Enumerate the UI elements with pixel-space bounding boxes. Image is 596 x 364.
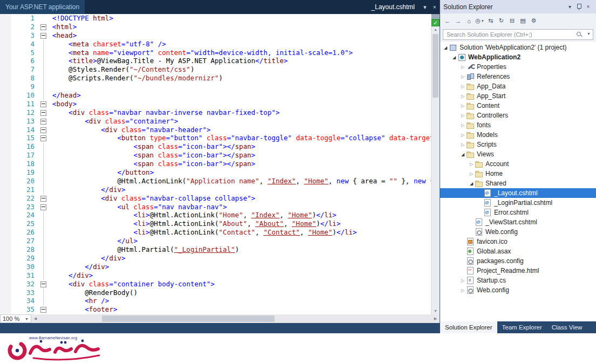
vertical-scroll-track[interactable] bbox=[431, 33, 440, 308]
fold-collapse-box[interactable] bbox=[39, 305, 47, 314]
panel-tab-team-explorer[interactable]: Team Explorer bbox=[497, 321, 547, 333]
scroll-down-arrow[interactable]: ▼ bbox=[431, 308, 440, 314]
tree-item-views[interactable]: ◢Views bbox=[440, 149, 596, 159]
tree-item-properties[interactable]: ▷Properties bbox=[440, 62, 596, 72]
line-number: 18 bbox=[11, 160, 39, 168]
tree-item-global-asax[interactable]: Global.asax bbox=[440, 246, 596, 256]
refresh-icon[interactable]: ↻ bbox=[496, 16, 506, 26]
tree-item-references[interactable]: ▷References bbox=[440, 72, 596, 81]
tab-your-aspnet-application[interactable]: Your ASP.NET application bbox=[0, 0, 85, 14]
close-document-button[interactable]: × bbox=[430, 0, 440, 14]
tree-item-web-config[interactable]: ▷Web.config bbox=[440, 285, 596, 295]
tree-item-label: Models bbox=[476, 131, 498, 139]
horizontal-scroll-thumb[interactable] bbox=[102, 315, 275, 322]
solution-explorer-header[interactable]: Solution Explorer ▾ × bbox=[440, 0, 596, 13]
expand-arrow-icon[interactable]: ▷ bbox=[460, 288, 466, 293]
fold-collapse-box[interactable] bbox=[39, 280, 47, 289]
tab-layout-cshtml[interactable]: _Layout.cshtml bbox=[366, 0, 420, 14]
zoom-select[interactable]: 100 % ▼ bbox=[0, 314, 31, 323]
tree-item-home[interactable]: ▷Home bbox=[440, 169, 596, 178]
collapse-arrow-icon[interactable]: ◢ bbox=[468, 181, 475, 186]
collapse-arrow-icon[interactable]: ◢ bbox=[460, 152, 466, 157]
code-line: 20 @Html.ActionLink("Application name", … bbox=[0, 177, 431, 186]
pin-icon[interactable] bbox=[574, 2, 584, 11]
fold-collapse-box[interactable] bbox=[39, 134, 47, 142]
tree-item-scripts[interactable]: ▷Scripts bbox=[440, 140, 596, 149]
code-text: <hr /> bbox=[47, 297, 431, 305]
expand-arrow-icon[interactable]: ▷ bbox=[460, 65, 466, 70]
close-panel-button[interactable]: × bbox=[584, 2, 593, 11]
code-line: 28 @Html.Partial("_LoginPartial") bbox=[0, 245, 431, 254]
tree-item-startup-cs[interactable]: ▷#Startup.cs bbox=[440, 276, 596, 285]
tree-item-app-start[interactable]: ▷App_Start bbox=[440, 91, 596, 101]
tree-item-packages-config[interactable]: packages.config bbox=[440, 256, 596, 266]
tree-item-solution-webapplication2-1-project[interactable]: ◢Solution 'WebApplication2' (1 project) bbox=[440, 43, 596, 52]
fold-collapse-box[interactable] bbox=[39, 100, 47, 108]
vertical-scrollbar[interactable]: ✓ ▲ ▼ bbox=[431, 14, 440, 314]
panel-tab-solution-explorer[interactable]: Solution Explorer bbox=[440, 321, 497, 333]
search-input[interactable] bbox=[443, 29, 593, 40]
expand-arrow-icon[interactable]: ▷ bbox=[468, 162, 475, 167]
expand-arrow-icon[interactable]: ▷ bbox=[460, 123, 466, 128]
expand-arrow-icon[interactable]: ▷ bbox=[460, 84, 466, 89]
vertical-scroll-thumb[interactable] bbox=[433, 34, 439, 98]
expand-arrow-icon[interactable]: ▷ bbox=[468, 171, 475, 176]
tree-item-app-data[interactable]: ▷App_Data bbox=[440, 81, 596, 91]
horizontal-scroll-track[interactable] bbox=[39, 314, 431, 323]
window-position-icon[interactable]: ▾ bbox=[565, 2, 574, 11]
tree-item-favicon-ico[interactable]: favicon.ico bbox=[440, 237, 596, 246]
tree-item-shared[interactable]: ◢Shared bbox=[440, 178, 596, 188]
scroll-right-arrow[interactable]: ▶ bbox=[431, 314, 440, 323]
expand-arrow-icon[interactable]: ▷ bbox=[460, 74, 466, 79]
fold-collapse-box[interactable] bbox=[39, 108, 47, 117]
tree-item-label: _LoginPartial.cshtml bbox=[493, 199, 552, 207]
scroll-up-arrow[interactable]: ▲ bbox=[431, 26, 440, 33]
tree-item-fonts[interactable]: ▷fonts bbox=[440, 120, 596, 130]
expand-arrow-icon[interactable]: ▷ bbox=[460, 113, 466, 118]
expand-arrow-icon[interactable]: ▷ bbox=[460, 142, 466, 147]
fold-collapse-box[interactable] bbox=[39, 23, 47, 31]
expand-arrow-icon[interactable]: ▷ bbox=[460, 133, 466, 138]
tree-item-webapplication2[interactable]: ◢WebApplication2 bbox=[440, 52, 596, 62]
fold-collapse-box[interactable] bbox=[39, 194, 47, 203]
tree-item-web-config[interactable]: Web.config bbox=[440, 227, 596, 237]
expand-arrow-icon[interactable]: ▷ bbox=[460, 278, 466, 283]
fold-collapse-box[interactable] bbox=[39, 203, 47, 211]
home-icon[interactable]: ⌂ bbox=[464, 16, 474, 26]
fold-collapse-box[interactable] bbox=[39, 126, 47, 134]
tree-item-account[interactable]: ▷Account bbox=[440, 159, 596, 169]
line-number: 24 bbox=[11, 211, 39, 219]
fold-collapse-box[interactable] bbox=[39, 117, 47, 126]
tree-item-loginpartial-cshtml[interactable]: @_LoginPartial.cshtml bbox=[440, 198, 596, 208]
code-line: 29 </div> bbox=[0, 254, 431, 263]
tree-item-content[interactable]: ▷Content bbox=[440, 101, 596, 111]
search-icon[interactable] bbox=[577, 32, 583, 38]
tree-item-controllers[interactable]: ▷Controllers bbox=[440, 111, 596, 120]
collapse-all-icon[interactable]: ⊟ bbox=[507, 16, 517, 26]
search-options-chevron-icon[interactable]: ▼ bbox=[587, 32, 591, 36]
tree-item-viewstart-cshtml[interactable]: @_ViewStart.cshtml bbox=[440, 217, 596, 227]
expand-arrow-icon[interactable]: ▷ bbox=[460, 94, 466, 99]
tree-item-models[interactable]: ▷Models bbox=[440, 130, 596, 140]
back-icon[interactable]: ← bbox=[442, 16, 453, 26]
tree-item-project-readme-html[interactable]: <>Project_Readme.html bbox=[440, 266, 596, 276]
scroll-left-arrow[interactable]: ◀ bbox=[31, 314, 39, 323]
tree-item-error-cshtml[interactable]: @Error.cshtml bbox=[440, 208, 596, 217]
code-text: @Styles.Render("~/Content/css") bbox=[47, 65, 431, 74]
scope-icon[interactable]: ◎▼ bbox=[475, 16, 485, 26]
wrench-icon[interactable]: ⚙ bbox=[529, 16, 539, 26]
panel-tab-class-view[interactable]: Class View bbox=[547, 321, 587, 333]
doc-well-overflow-button[interactable]: ▾ bbox=[420, 0, 430, 14]
forward-icon[interactable]: → bbox=[453, 16, 463, 26]
properties-icon[interactable]: ▤ bbox=[518, 16, 528, 26]
fold-collapse-box[interactable] bbox=[39, 31, 47, 40]
tree-item-layout-cshtml[interactable]: @_Layout.cshtml bbox=[440, 188, 596, 198]
horizontal-scrollbar[interactable]: ◀ ▶ bbox=[31, 314, 440, 323]
expand-arrow-icon[interactable]: ▷ bbox=[460, 104, 466, 108]
config-icon bbox=[475, 228, 484, 236]
sync-active-document-icon[interactable]: ⇆ bbox=[485, 16, 496, 26]
collapse-arrow-icon[interactable]: ◢ bbox=[451, 55, 457, 60]
collapse-arrow-icon[interactable]: ◢ bbox=[442, 45, 449, 50]
code-area[interactable]: 1<!DOCTYPE html>2<html>3<head>4 <meta ch… bbox=[0, 14, 431, 314]
split-gripper[interactable] bbox=[431, 14, 440, 19]
